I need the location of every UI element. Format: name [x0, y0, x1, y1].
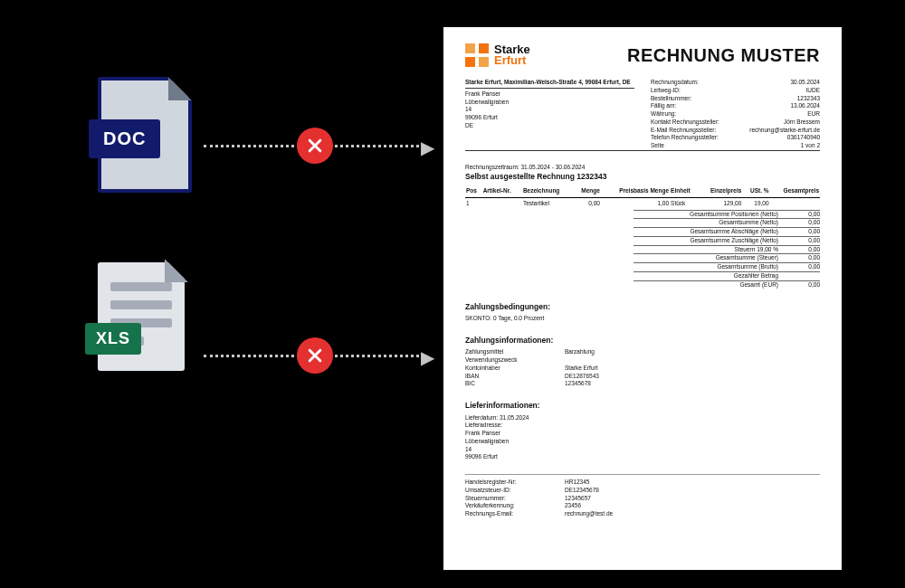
- delivery-line: 99096 Erfurt: [465, 453, 820, 461]
- footer-val: 12345657: [565, 495, 591, 503]
- delivery-line: 14: [465, 446, 820, 454]
- line-items-table: Pos Artikel-Nr. Bezeichnung Menge Preisb…: [465, 185, 820, 210]
- info-val: Barzahlung: [565, 348, 595, 356]
- delivery-line: Lieferadresse:: [465, 422, 820, 430]
- sum-label: Gezahlter Betrag: [634, 271, 784, 280]
- info-val: 12345678: [565, 380, 591, 388]
- recipient-name: Frank Panser: [465, 90, 634, 99]
- summary-block: Gesamtsumme Positionen (Netto)0,00Gesamt…: [465, 210, 820, 289]
- sender-address: Starke Erfurt, Maximilian-Welsch-Straße …: [465, 79, 634, 89]
- arrow-right-icon: ▶: [421, 137, 434, 158]
- info-key: Kontoinhaber: [465, 365, 565, 373]
- xls-badge: XLS: [85, 323, 141, 355]
- recipient-zip: 99096 Erfurt: [465, 114, 634, 122]
- xls-file-icon: XLS: [98, 262, 185, 371]
- brand-line2: Erfurt: [494, 55, 530, 66]
- billing-period: Rechnungszeitraum: 31.05.2024 - 30.06.20…: [465, 164, 820, 172]
- footer-key: Handelsregister-Nr:: [465, 479, 565, 487]
- sum-value: 0,00: [784, 210, 820, 219]
- invoice-document: Starke Erfurt RECHNUNG MUSTER Starke Erf…: [443, 27, 842, 570]
- sum-value: 0,00: [784, 280, 820, 289]
- recipient-no: 14: [465, 106, 634, 114]
- sum-value: 0,00: [784, 236, 820, 245]
- footer-key: Steuernummer:: [465, 495, 565, 503]
- sum-label: Gesamtsumme (Steuer): [634, 253, 784, 262]
- footer-val: HR12345: [565, 479, 589, 487]
- reject-icon: [297, 337, 333, 374]
- arrow-doc-to-invoice: ▶: [204, 145, 425, 147]
- footer-val: rechnung@test.de: [565, 510, 613, 518]
- sum-label: Gesamt (EUR): [634, 280, 784, 289]
- delivery-line: Lieferdatum: 31.05.2024: [465, 414, 820, 422]
- arrow-xls-to-invoice: ▶: [204, 355, 425, 356]
- info-val: DE12876543: [565, 373, 599, 381]
- delivery-line: Löberwallgraben: [465, 438, 820, 446]
- arrow-right-icon: ▶: [421, 346, 434, 368]
- info-key: BIC: [465, 380, 565, 388]
- footer-key: Rechnungs-Email:: [465, 510, 565, 518]
- reject-icon: [297, 128, 333, 164]
- sum-label: Gesamtsumme (Brutto): [634, 262, 784, 271]
- info-key: IBAN: [465, 373, 565, 381]
- info-val: Starke Erfurt: [565, 365, 597, 373]
- recipient-street: Löberwallgraben: [465, 99, 634, 107]
- payment-terms-heading: Zahlungsbedingungen:: [465, 302, 820, 312]
- sum-label: Steuern 19,00 %: [634, 245, 784, 254]
- doc-badge: DOC: [89, 119, 160, 158]
- recipient-country: DE: [465, 122, 634, 130]
- brand-logo: Starke Erfurt: [465, 43, 530, 67]
- sum-label: Gesamtsumme Positionen (Netto): [634, 210, 784, 219]
- delivery-info-heading: Lieferinformationen:: [465, 401, 820, 411]
- sum-value: 0,00: [784, 227, 820, 236]
- sum-value: 0,00: [784, 262, 820, 271]
- invoice-heading: Selbst ausgestellte Rechnung 1232343: [465, 172, 820, 182]
- skonto-line: SKONTO: 0 Tage, 0.0 Prozent: [465, 315, 820, 323]
- info-key: Zahlungsmittel: [465, 348, 565, 356]
- sum-value: 0,00: [784, 245, 820, 254]
- sum-label: Gesamtsumme Abschläge (Netto): [634, 227, 784, 236]
- sum-label: Gesamtsumme Zuschläge (Netto): [634, 236, 784, 245]
- table-row: 1 Testartikel 0,00 1,00 Stück 129,00 19,…: [465, 197, 820, 209]
- sum-label: Gesamtsumme (Netto): [634, 218, 784, 227]
- footer-val: 23456: [565, 502, 581, 510]
- footer-key: Umsatzsteuer-ID:: [465, 487, 565, 495]
- doc-file-icon: DOC: [98, 77, 192, 193]
- invoice-title: RECHNUNG MUSTER: [543, 43, 820, 68]
- sum-value: 0,00: [784, 253, 820, 262]
- sum-value: 0,00: [784, 218, 820, 227]
- delivery-line: Frank Panser: [465, 430, 820, 438]
- sum-value: [784, 271, 820, 280]
- footer-register: Handelsregister-Nr:HR12345Umsatzsteuer-I…: [465, 474, 820, 518]
- footer-key: Verkäuferkennung:: [465, 502, 565, 510]
- info-key: Verwendungszweck: [465, 356, 565, 365]
- payment-info-heading: Zahlungsinformationen:: [465, 336, 820, 346]
- footer-val: DE12345678: [565, 487, 599, 495]
